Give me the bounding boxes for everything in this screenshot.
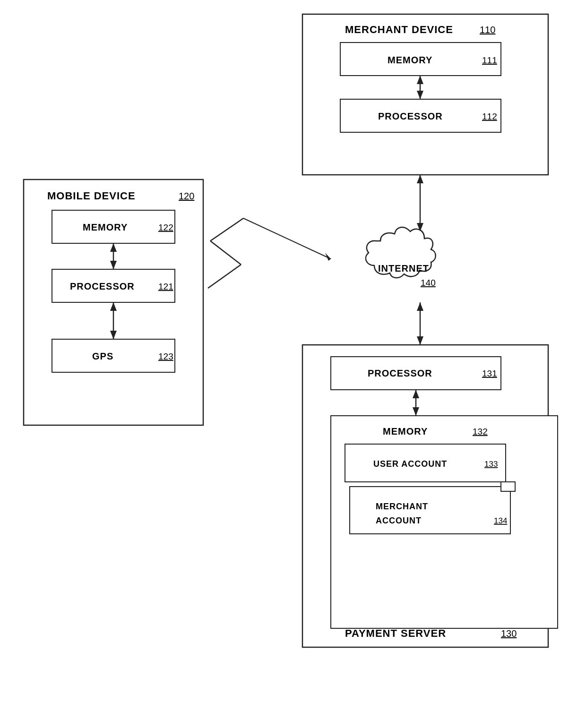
svg-text:MERCHANT: MERCHANT	[376, 502, 428, 511]
svg-text:133: 133	[484, 460, 498, 469]
svg-text:ACCOUNT: ACCOUNT	[376, 516, 422, 525]
svg-text:MEMORY: MEMORY	[83, 222, 128, 232]
svg-line-58	[208, 265, 241, 288]
svg-text:MEMORY: MEMORY	[383, 426, 428, 437]
svg-text:INTERNET: INTERNET	[378, 263, 429, 274]
svg-text:110: 110	[480, 25, 495, 35]
svg-text:PROCESSOR: PROCESSOR	[378, 111, 443, 121]
svg-line-60	[210, 218, 243, 241]
svg-text:MERCHANT DEVICE: MERCHANT DEVICE	[345, 24, 453, 35]
svg-text:134: 134	[494, 516, 507, 525]
svg-text:GPS: GPS	[92, 351, 113, 361]
svg-rect-0	[302, 14, 548, 175]
svg-text:111: 111	[482, 55, 497, 65]
svg-text:130: 130	[501, 628, 517, 639]
svg-text:PROCESSOR: PROCESSOR	[70, 281, 135, 291]
svg-marker-18	[417, 336, 423, 345]
svg-marker-19	[417, 302, 423, 311]
svg-text:132: 132	[473, 427, 488, 437]
svg-text:131: 131	[482, 368, 497, 378]
svg-text:PAYMENT SERVER: PAYMENT SERVER	[345, 627, 446, 639]
svg-marker-14	[417, 175, 423, 183]
svg-line-59	[210, 241, 241, 265]
svg-text:123: 123	[158, 351, 173, 361]
svg-text:121: 121	[158, 282, 173, 291]
svg-text:120: 120	[179, 191, 194, 201]
svg-text:MOBILE DEVICE: MOBILE DEVICE	[47, 190, 136, 202]
svg-text:USER ACCOUNT: USER ACCOUNT	[373, 459, 447, 469]
svg-line-61	[243, 218, 331, 259]
svg-text:PROCESSOR: PROCESSOR	[368, 368, 432, 378]
svg-rect-36	[501, 482, 515, 491]
svg-text:140: 140	[421, 278, 436, 288]
svg-text:MEMORY: MEMORY	[388, 55, 432, 65]
svg-text:112: 112	[482, 111, 497, 121]
diagram: MERCHANT DEVICE 110 MEMORY 111 PROCESSOR…	[0, 0, 586, 728]
svg-rect-35	[350, 487, 510, 534]
svg-text:122: 122	[158, 223, 173, 232]
